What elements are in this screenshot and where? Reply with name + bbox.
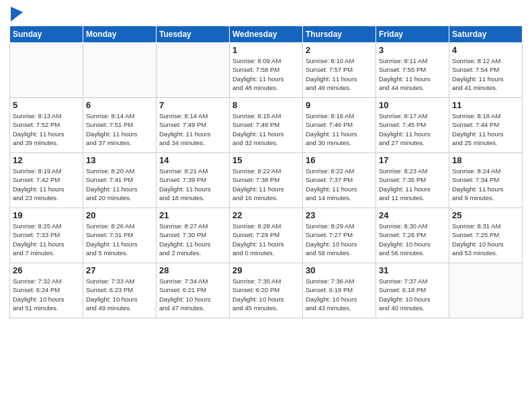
- week-row-0: 1Sunrise: 8:09 AMSunset: 7:58 PMDaylight…: [10, 43, 523, 98]
- day-cell: 25Sunrise: 8:31 AMSunset: 7:25 PMDayligh…: [449, 208, 523, 263]
- day-info: Sunrise: 8:13 AMSunset: 7:52 PMDaylight:…: [13, 111, 80, 147]
- day-number: 27: [86, 265, 153, 275]
- day-number: 23: [306, 210, 373, 220]
- day-number: 9: [306, 100, 373, 110]
- day-info: Sunrise: 8:12 AMSunset: 7:54 PMDaylight:…: [452, 56, 519, 92]
- col-header-thursday: Thursday: [303, 26, 376, 43]
- day-cell: 6Sunrise: 8:14 AMSunset: 7:51 PMDaylight…: [83, 98, 157, 153]
- day-number: 31: [379, 265, 446, 275]
- day-info: Sunrise: 8:23 AMSunset: 7:35 PMDaylight:…: [379, 167, 446, 202]
- day-info: Sunrise: 8:26 AMSunset: 7:31 PMDaylight:…: [86, 222, 153, 257]
- day-info: Sunrise: 8:09 AMSunset: 7:58 PMDaylight:…: [232, 56, 300, 92]
- col-header-saturday: Saturday: [449, 26, 523, 43]
- day-number: 1: [232, 45, 300, 55]
- day-cell: [10, 43, 83, 98]
- day-info: Sunrise: 7:37 AMSunset: 6:18 PMDaylight:…: [379, 277, 446, 312]
- day-info: Sunrise: 8:14 AMSunset: 7:49 PMDaylight:…: [159, 111, 226, 147]
- day-number: 4: [452, 45, 519, 55]
- day-number: 28: [159, 265, 226, 275]
- day-number: 13: [86, 155, 153, 165]
- day-cell: 8Sunrise: 8:15 AMSunset: 7:48 PMDaylight…: [230, 98, 303, 153]
- day-cell: 13Sunrise: 8:20 AMSunset: 7:41 PMDayligh…: [83, 153, 157, 208]
- day-number: 24: [379, 210, 446, 220]
- day-number: 21: [159, 210, 226, 220]
- day-number: 30: [306, 265, 373, 275]
- day-number: 18: [452, 155, 519, 165]
- day-number: 10: [379, 100, 446, 110]
- page: SundayMondayTuesdayWednesdayThursdayFrid…: [0, 0, 532, 411]
- col-header-wednesday: Wednesday: [230, 26, 303, 43]
- day-info: Sunrise: 8:30 AMSunset: 7:26 PMDaylight:…: [379, 222, 446, 257]
- day-info: Sunrise: 8:14 AMSunset: 7:51 PMDaylight:…: [86, 111, 153, 147]
- logo-icon: [11, 7, 23, 21]
- day-number: 3: [379, 45, 446, 55]
- day-number: 19: [13, 210, 80, 220]
- day-cell: 31Sunrise: 7:37 AMSunset: 6:18 PMDayligh…: [376, 263, 449, 318]
- day-number: 2: [306, 45, 373, 55]
- day-number: 16: [306, 155, 373, 165]
- day-number: 29: [232, 265, 300, 275]
- day-info: Sunrise: 7:36 AMSunset: 6:19 PMDaylight:…: [306, 277, 373, 312]
- day-cell: 26Sunrise: 7:32 AMSunset: 6:24 PMDayligh…: [10, 263, 83, 318]
- col-header-tuesday: Tuesday: [157, 26, 230, 43]
- day-cell: 24Sunrise: 8:30 AMSunset: 7:26 PMDayligh…: [376, 208, 449, 263]
- day-number: 8: [232, 100, 300, 110]
- day-cell: 30Sunrise: 7:36 AMSunset: 6:19 PMDayligh…: [303, 263, 376, 318]
- day-number: 11: [452, 100, 519, 110]
- day-cell: 29Sunrise: 7:35 AMSunset: 6:20 PMDayligh…: [230, 263, 303, 318]
- day-cell: 12Sunrise: 8:19 AMSunset: 7:42 PMDayligh…: [10, 153, 83, 208]
- day-number: 26: [13, 265, 80, 275]
- day-cell: 11Sunrise: 8:18 AMSunset: 7:44 PMDayligh…: [449, 98, 523, 153]
- calendar-header-row: SundayMondayTuesdayWednesdayThursdayFrid…: [10, 26, 523, 43]
- day-info: Sunrise: 8:19 AMSunset: 7:42 PMDaylight:…: [13, 167, 80, 202]
- week-row-1: 5Sunrise: 8:13 AMSunset: 7:52 PMDaylight…: [10, 98, 523, 153]
- day-cell: 7Sunrise: 8:14 AMSunset: 7:49 PMDaylight…: [157, 98, 230, 153]
- day-info: Sunrise: 8:20 AMSunset: 7:41 PMDaylight:…: [86, 167, 153, 202]
- col-header-friday: Friday: [376, 26, 449, 43]
- day-info: Sunrise: 8:24 AMSunset: 7:34 PMDaylight:…: [452, 167, 519, 202]
- day-number: 5: [13, 100, 80, 110]
- day-number: 15: [232, 155, 300, 165]
- day-info: Sunrise: 7:34 AMSunset: 6:21 PMDaylight:…: [159, 277, 226, 312]
- day-cell: 1Sunrise: 8:09 AMSunset: 7:58 PMDaylight…: [230, 43, 303, 98]
- day-info: Sunrise: 8:29 AMSunset: 7:27 PMDaylight:…: [306, 222, 373, 257]
- col-header-monday: Monday: [83, 26, 157, 43]
- day-cell: 5Sunrise: 8:13 AMSunset: 7:52 PMDaylight…: [10, 98, 83, 153]
- day-info: Sunrise: 8:10 AMSunset: 7:57 PMDaylight:…: [306, 56, 373, 92]
- day-cell: 15Sunrise: 8:22 AMSunset: 7:38 PMDayligh…: [230, 153, 303, 208]
- day-number: 7: [159, 100, 226, 110]
- day-cell: 23Sunrise: 8:29 AMSunset: 7:27 PMDayligh…: [303, 208, 376, 263]
- header: [9, 7, 523, 21]
- col-header-sunday: Sunday: [10, 26, 83, 43]
- day-cell: 22Sunrise: 8:28 AMSunset: 7:29 PMDayligh…: [230, 208, 303, 263]
- day-cell: 10Sunrise: 8:17 AMSunset: 7:45 PMDayligh…: [376, 98, 449, 153]
- week-row-3: 19Sunrise: 8:25 AMSunset: 7:33 PMDayligh…: [10, 208, 523, 263]
- week-row-2: 12Sunrise: 8:19 AMSunset: 7:42 PMDayligh…: [10, 153, 523, 208]
- day-info: Sunrise: 8:18 AMSunset: 7:44 PMDaylight:…: [452, 111, 519, 147]
- day-number: 20: [86, 210, 153, 220]
- day-cell: 19Sunrise: 8:25 AMSunset: 7:33 PMDayligh…: [10, 208, 83, 263]
- day-number: 22: [232, 210, 300, 220]
- day-info: Sunrise: 7:32 AMSunset: 6:24 PMDaylight:…: [13, 277, 80, 312]
- day-info: Sunrise: 8:28 AMSunset: 7:29 PMDaylight:…: [232, 222, 300, 257]
- day-cell: [157, 43, 230, 98]
- day-cell: 14Sunrise: 8:21 AMSunset: 7:39 PMDayligh…: [157, 153, 230, 208]
- day-info: Sunrise: 8:15 AMSunset: 7:48 PMDaylight:…: [232, 111, 300, 147]
- day-info: Sunrise: 8:16 AMSunset: 7:46 PMDaylight:…: [306, 111, 373, 147]
- day-info: Sunrise: 8:22 AMSunset: 7:37 PMDaylight:…: [306, 167, 373, 202]
- day-cell: [449, 263, 523, 318]
- day-cell: 17Sunrise: 8:23 AMSunset: 7:35 PMDayligh…: [376, 153, 449, 208]
- day-cell: 20Sunrise: 8:26 AMSunset: 7:31 PMDayligh…: [83, 208, 157, 263]
- day-info: Sunrise: 8:21 AMSunset: 7:39 PMDaylight:…: [159, 167, 226, 202]
- calendar: SundayMondayTuesdayWednesdayThursdayFrid…: [9, 26, 523, 318]
- day-cell: 9Sunrise: 8:16 AMSunset: 7:46 PMDaylight…: [303, 98, 376, 153]
- day-cell: [83, 43, 157, 98]
- day-cell: 28Sunrise: 7:34 AMSunset: 6:21 PMDayligh…: [157, 263, 230, 318]
- day-cell: 16Sunrise: 8:22 AMSunset: 7:37 PMDayligh…: [303, 153, 376, 208]
- day-cell: 3Sunrise: 8:11 AMSunset: 7:55 PMDaylight…: [376, 43, 449, 98]
- day-info: Sunrise: 7:35 AMSunset: 6:20 PMDaylight:…: [232, 277, 300, 312]
- day-number: 6: [86, 100, 153, 110]
- day-info: Sunrise: 8:27 AMSunset: 7:30 PMDaylight:…: [159, 222, 226, 257]
- week-row-4: 26Sunrise: 7:32 AMSunset: 6:24 PMDayligh…: [10, 263, 523, 318]
- day-cell: 21Sunrise: 8:27 AMSunset: 7:30 PMDayligh…: [157, 208, 230, 263]
